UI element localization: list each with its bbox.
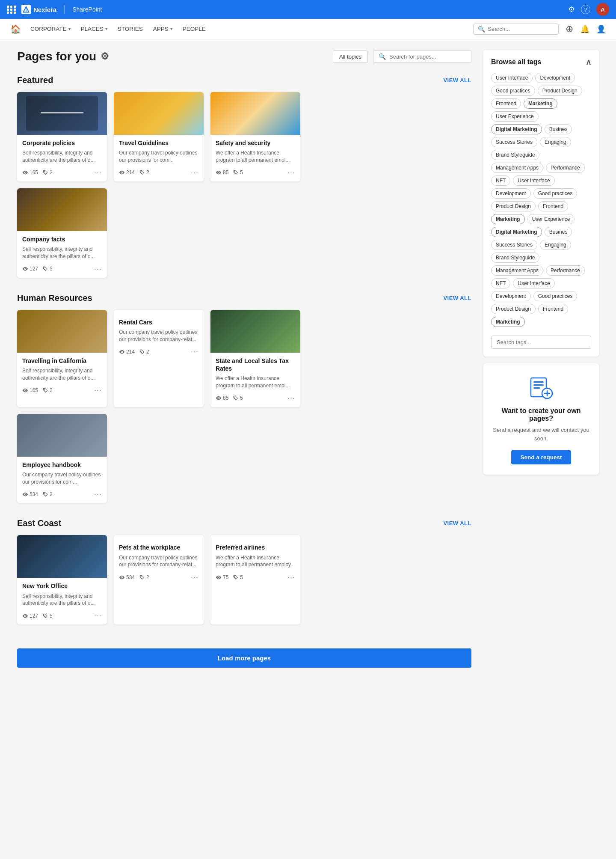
card-state-tax[interactable]: State and Local Sales Tax Rates We offer… — [210, 310, 300, 407]
send-request-button[interactable]: Send a request — [511, 450, 572, 464]
tag-item[interactable]: Busines — [545, 227, 572, 237]
card-more-button[interactable]: ··· — [191, 347, 198, 356]
card-travelling-california[interactable]: Travelling in California Self responsibi… — [17, 310, 107, 407]
tag-item[interactable]: User Interface — [513, 278, 554, 288]
ec-view-all[interactable]: VIEW ALL — [443, 520, 471, 526]
tag-item[interactable]: Performance — [546, 163, 585, 173]
human-resources-section: Human Resources VIEW ALL Travelling in C… — [17, 293, 471, 503]
tag-item[interactable]: Frontend — [538, 304, 568, 314]
tag-item[interactable]: Frontend — [491, 98, 521, 109]
tag-item[interactable]: Product Design — [538, 86, 582, 96]
tag-item[interactable]: Product Design — [491, 304, 536, 314]
tag-item[interactable]: NFT — [491, 175, 510, 186]
tag-item[interactable]: Good practices — [533, 291, 578, 301]
nav-stories[interactable]: STORIES — [113, 23, 147, 35]
search-tags-input[interactable] — [491, 336, 591, 349]
nav-search-box[interactable]: 🔍 — [473, 24, 559, 35]
featured-view-all[interactable]: VIEW ALL — [443, 77, 471, 83]
tag-item[interactable]: Management Apps — [491, 265, 543, 276]
tag-item[interactable]: Engaging — [540, 137, 571, 147]
tag-item[interactable]: Product Design — [491, 201, 536, 211]
hr-view-all[interactable]: VIEW ALL — [443, 295, 471, 301]
nav-places[interactable]: PLACES ▾ — [77, 23, 112, 35]
card-more-button[interactable]: ··· — [287, 573, 295, 582]
tag-item[interactable]: Development — [491, 188, 531, 199]
tag-item[interactable]: User Interface — [491, 73, 533, 83]
tag-item[interactable]: Good practices — [491, 86, 535, 96]
tag-item[interactable]: Brand Styleguide — [491, 150, 539, 160]
tag-item[interactable]: Marketing — [491, 317, 525, 327]
tag-item[interactable]: Development — [491, 291, 531, 301]
chevron-down-icon: ▾ — [68, 27, 71, 31]
card-more-button[interactable]: ··· — [94, 490, 102, 499]
main-container: Pages for you ⚙ All topics 🔍 Featured VI… — [0, 39, 616, 687]
card-preferred-airlines[interactable]: Preferred airlines We offer a Health Ins… — [210, 535, 300, 624]
tag-icon — [42, 387, 48, 393]
tag-icon — [42, 491, 48, 497]
load-more-button[interactable]: Load more pages — [17, 648, 471, 668]
help-icon[interactable]: ? — [581, 5, 590, 14]
ec-title: East Coast — [17, 518, 61, 528]
nav-corporate[interactable]: CORPORATE ▾ — [26, 23, 75, 35]
hr-section-header: Human Resources VIEW ALL — [17, 293, 471, 303]
card-more-button[interactable]: ··· — [191, 168, 198, 177]
tag-item[interactable]: Development — [535, 73, 575, 83]
card-safety-security[interactable]: Safety and security We offer a Health In… — [210, 92, 300, 181]
apps-grid-icon[interactable] — [7, 6, 16, 14]
app-logo[interactable]: Nexiera — [21, 5, 56, 14]
tag-item[interactable]: Busines — [545, 124, 572, 134]
tag-item[interactable]: Digital Marketing — [491, 124, 542, 134]
tag-item[interactable]: User Interface — [513, 175, 554, 186]
settings-icon[interactable]: ⚙ — [568, 5, 575, 14]
card-travel-guidelines[interactable]: Travel Guidelines Our company travel pol… — [114, 92, 204, 181]
card-rental-cars[interactable]: Rental Cars Our company travel policy ou… — [114, 310, 204, 407]
nav-people[interactable]: PEOPLE — [178, 23, 210, 35]
add-icon[interactable]: ⊕ — [566, 24, 573, 35]
card-more-button[interactable]: ··· — [191, 573, 198, 582]
tag-item[interactable]: Marketing — [524, 98, 557, 109]
tag-item[interactable]: NFT — [491, 278, 510, 288]
tag-item[interactable]: Success Stories — [491, 240, 537, 250]
card-pets-workplace[interactable]: Pets at the workplace Our company travel… — [114, 535, 204, 624]
tag-item[interactable]: User Experience — [491, 111, 539, 122]
card-corporate-policies[interactable]: Corporate policies Self responsibility, … — [17, 92, 107, 181]
tag-item[interactable]: User Experience — [527, 214, 575, 224]
collapse-icon[interactable]: ∧ — [586, 57, 591, 67]
card-company-facts[interactable]: Company facts Self responsibility, integ… — [17, 188, 107, 278]
card-tags: 2 — [42, 387, 53, 393]
search-pages-box[interactable]: 🔍 — [373, 50, 471, 63]
tag-item[interactable]: Marketing — [491, 214, 525, 224]
card-more-button[interactable]: ··· — [94, 611, 102, 620]
eye-icon — [119, 574, 125, 580]
nav-right-icons: ⊕ 🔔 👤 — [566, 24, 606, 35]
card-views: 214 — [119, 169, 135, 175]
tag-item[interactable]: Good practices — [533, 188, 578, 199]
card-employee-handbook[interactable]: Employee handbook Our company travel pol… — [17, 414, 107, 503]
user-icon[interactable]: 👤 — [596, 24, 606, 34]
card-description: Our company travel policy outlines our p… — [119, 329, 198, 343]
tag-item[interactable]: Digital Marketing — [491, 227, 542, 237]
card-new-york-office[interactable]: New York Office Self responsibility, int… — [17, 535, 107, 624]
card-more-button[interactable]: ··· — [94, 168, 102, 177]
home-icon[interactable]: 🏠 — [10, 24, 21, 34]
svg-rect-5 — [533, 387, 540, 389]
user-avatar[interactable]: A — [596, 3, 609, 16]
nav-apps[interactable]: APPS ▾ — [149, 23, 177, 35]
card-more-button[interactable]: ··· — [287, 168, 295, 177]
bell-icon[interactable]: 🔔 — [580, 24, 589, 34]
tag-item[interactable]: Performance — [546, 265, 585, 276]
card-more-button[interactable]: ··· — [94, 265, 102, 273]
card-more-button[interactable]: ··· — [287, 394, 295, 403]
ec-section-header: East Coast VIEW ALL — [17, 518, 471, 528]
card-body: Rental Cars Our company travel policy ou… — [114, 310, 204, 363]
tag-item[interactable]: Frontend — [538, 201, 568, 211]
search-pages-input[interactable] — [389, 54, 466, 60]
tag-item[interactable]: Brand Styleguide — [491, 253, 539, 263]
all-topics-button[interactable]: All topics — [333, 51, 368, 63]
tag-item[interactable]: Management Apps — [491, 163, 543, 173]
page-settings-icon[interactable]: ⚙ — [101, 51, 109, 62]
nav-search-input[interactable] — [488, 26, 554, 32]
card-more-button[interactable]: ··· — [94, 386, 102, 395]
tag-item[interactable]: Engaging — [540, 240, 571, 250]
tag-item[interactable]: Success Stories — [491, 137, 537, 147]
